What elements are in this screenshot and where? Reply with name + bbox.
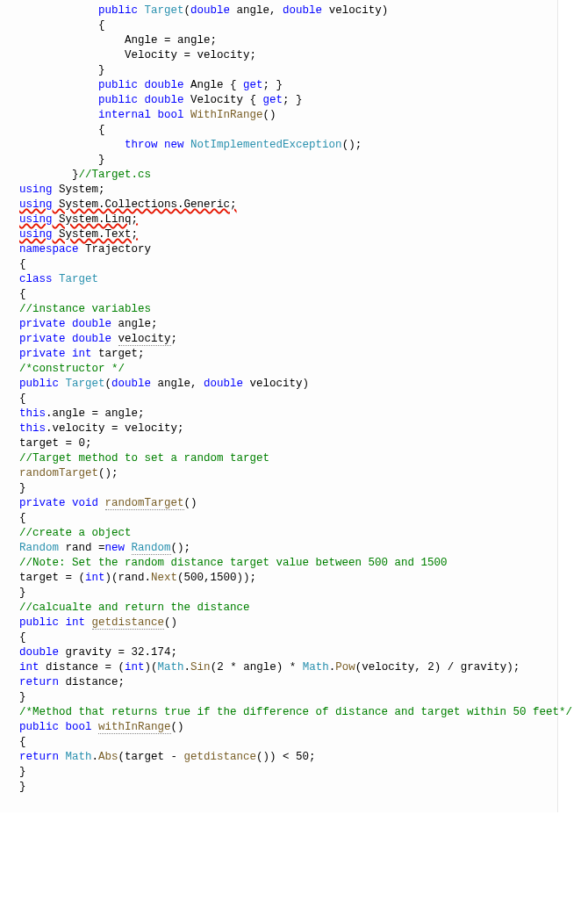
code-line[interactable]: int distance = (int)(Math.Sin(2 * angle)…	[0, 660, 557, 675]
code-line[interactable]: //Target method to set a random target	[0, 451, 557, 466]
code-line[interactable]: }	[0, 481, 557, 496]
code-line[interactable]: randomTarget();	[0, 466, 557, 481]
code-line[interactable]: {	[0, 392, 557, 407]
code-line[interactable]: /*Method that returns true if the differ…	[0, 705, 557, 720]
code-line[interactable]: target = 0;	[0, 436, 557, 451]
code-line[interactable]: //Note: Set the random distance target v…	[0, 556, 557, 571]
code-line[interactable]: }	[0, 63, 557, 78]
code-line[interactable]: Velocity = velocity;	[0, 48, 557, 63]
code-line[interactable]: target = (int)(rand.Next(500,1500));	[0, 571, 557, 586]
code-line[interactable]: }	[0, 153, 557, 168]
code-line[interactable]: private double angle;	[0, 317, 557, 332]
code-line[interactable]: Angle = angle;	[0, 33, 557, 48]
code-line[interactable]: //create a object	[0, 526, 557, 541]
code-line[interactable]: private double velocity;	[0, 332, 557, 347]
code-line[interactable]: {	[0, 735, 557, 750]
code-line[interactable]: double gravity = 32.174;	[0, 645, 557, 660]
code-line[interactable]: public Target(double angle, double veloc…	[0, 377, 557, 392]
code-line[interactable]: this.angle = angle;	[0, 407, 557, 421]
code-line[interactable]: {	[0, 630, 557, 645]
code-line[interactable]: class Target	[0, 272, 557, 287]
code-line[interactable]: return distance;	[0, 675, 557, 690]
code-line[interactable]: using System.Collections.Generic;	[0, 198, 557, 213]
code-line[interactable]: using System.Text;	[0, 227, 557, 242]
code-line[interactable]: public bool withInRange()	[0, 720, 557, 735]
code-editor[interactable]: public Target(double angle, double veloc…	[0, 0, 558, 812]
code-line[interactable]: }//Target.cs	[0, 168, 557, 183]
code-line[interactable]: }	[0, 586, 557, 601]
code-line[interactable]: {	[0, 18, 557, 33]
code-line[interactable]: public double Angle { get; }	[0, 78, 557, 93]
code-line[interactable]: Random rand =new Random();	[0, 541, 557, 556]
code-line[interactable]: /*constructor */	[0, 362, 557, 377]
code-line[interactable]: private void randomTarget()	[0, 496, 557, 511]
code-line[interactable]: public Target(double angle, double veloc…	[0, 4, 557, 18]
code-line[interactable]: this.velocity = velocity;	[0, 421, 557, 436]
code-line[interactable]: {	[0, 123, 557, 138]
code-line[interactable]: namespace Trajectory	[0, 242, 557, 257]
code-line[interactable]: {	[0, 511, 557, 526]
code-line[interactable]: using System;	[0, 183, 557, 198]
code-line[interactable]: //instance variables	[0, 302, 557, 317]
code-line[interactable]: public double Velocity { get; }	[0, 93, 557, 108]
code-line[interactable]: //calcualte and return the distance	[0, 601, 557, 616]
code-line[interactable]: return Math.Abs(target - getdistance()) …	[0, 750, 557, 765]
code-line[interactable]: }	[0, 780, 557, 795]
code-line[interactable]: internal bool WithInRange()	[0, 108, 557, 123]
code-line[interactable]: using System.Linq;	[0, 213, 557, 227]
code-line[interactable]: private int target;	[0, 347, 557, 362]
code-line[interactable]: }	[0, 765, 557, 780]
code-line[interactable]: {	[0, 287, 557, 302]
code-line[interactable]: }	[0, 690, 557, 705]
code-line[interactable]: throw new NotImplementedException();	[0, 138, 557, 153]
code-line[interactable]: {	[0, 257, 557, 272]
code-line[interactable]: public int getdistance()	[0, 616, 557, 630]
